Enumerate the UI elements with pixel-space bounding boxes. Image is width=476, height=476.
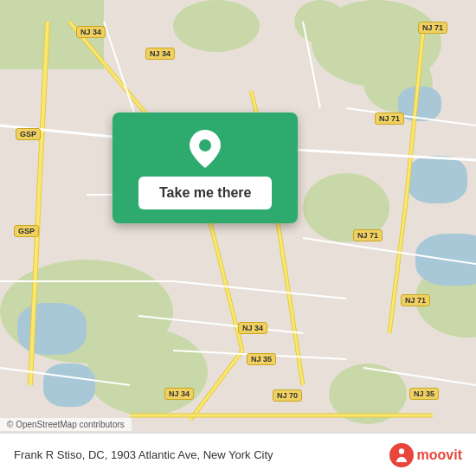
svg-line-19 [30,195,39,385]
svg-line-13 [389,195,407,333]
highway-badge: GSP [16,128,41,140]
green-card: Take me there [113,113,298,223]
svg-line-26 [346,108,476,125]
svg-line-28 [104,22,138,125]
svg-line-25 [0,368,130,385]
highway-badge: NJ 34 [145,48,175,60]
svg-line-27 [303,238,476,264]
info-bar: Frank R Stiso, DC, 1903 Atlantic Ave, Ne… [0,433,476,476]
highway-badge: NJ 71 [375,113,404,125]
cta-container: Take me there [113,113,298,223]
svg-line-12 [407,22,424,195]
highway-badge: NJ 71 [353,229,383,241]
svg-line-23 [173,281,346,299]
highway-badge: NJ 35 [409,388,439,400]
take-me-there-button[interactable]: Take me there [138,177,272,209]
svg-line-30 [138,316,303,333]
svg-line-5 [190,351,242,420]
highway-badge: NJ 71 [401,294,430,306]
highway-badge: NJ 71 [418,22,447,34]
moovit-icon [389,443,414,467]
attribution-text: © OpenStreetMap contributors [7,420,125,429]
moovit-brand-name: moovit [417,447,462,463]
highway-badge: GSP [14,225,39,237]
svg-line-29 [303,22,320,108]
svg-line-32 [363,368,476,385]
copyright-bar: © OpenStreetMap contributors [0,418,132,431]
map-pin-icon [190,130,221,168]
road-layer [0,0,476,476]
address-text: Frank R Stiso, DC, 1903 Atlantic Ave, Ne… [14,448,389,461]
highway-badge: NJ 35 [247,353,276,365]
svg-point-33 [199,139,211,151]
highway-badge: NJ 34 [164,388,194,400]
moovit-logo: moovit [389,443,462,467]
highway-badge: NJ 70 [273,389,302,402]
highway-badge: NJ 34 [76,26,106,38]
map-container: NJ 34 NJ 34 NJ 71 NJ 71 NJ 71 NJ 71 NJ 3… [0,0,476,476]
svg-line-18 [39,22,48,195]
svg-point-34 [398,448,403,453]
moovit-person-icon [394,447,409,463]
highway-badge: NJ 34 [238,322,267,334]
